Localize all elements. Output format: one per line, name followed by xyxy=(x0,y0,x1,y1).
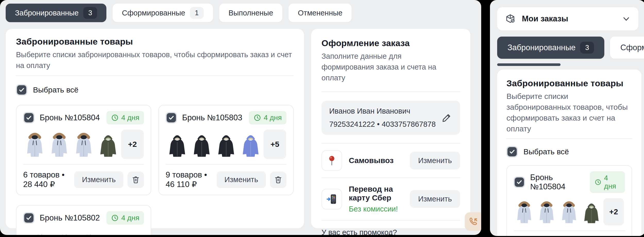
booking-header: Бронь №105803 4 дня xyxy=(166,111,286,124)
tab-count-badge: 3 xyxy=(580,42,594,54)
delivery-method-label: Самовывоз xyxy=(349,156,394,165)
reserved-title: Забронированные товары xyxy=(506,78,632,88)
check-icon xyxy=(516,179,523,185)
select-all-checkbox[interactable] xyxy=(506,146,518,157)
callback-button[interactable] xyxy=(465,212,481,231)
bookings-grid: Бронь №105804 4 дня +26 товаров • 28 440… xyxy=(16,105,294,235)
booking-checkbox[interactable] xyxy=(23,112,35,123)
trash-icon xyxy=(274,175,283,184)
checkout-panel: Оформление заказа Заполните данные для ф… xyxy=(311,29,470,228)
package-icon xyxy=(505,13,516,24)
checkout-subtitle: Заполните данные для формирования заказа… xyxy=(321,51,445,83)
more-items-tile[interactable]: +2 xyxy=(603,198,624,225)
check-icon xyxy=(26,215,32,221)
more-items-tile[interactable]: +2 xyxy=(121,130,144,159)
booking-duration-badge: 4 дня xyxy=(106,211,144,225)
duration-label: 4 дня xyxy=(121,214,139,222)
tab-count-badge: 3 xyxy=(83,7,97,19)
my-orders-header[interactable]: Мои заказы xyxy=(497,7,638,30)
product-thumbnail xyxy=(581,198,602,225)
booking-duration-badge: 4 дня xyxy=(590,171,625,193)
status-tab[interactable]: Отмененные xyxy=(289,4,352,22)
booking-footer: 9 товаров • 46 110 ₽Изменить xyxy=(166,164,286,189)
select-all-row: Выбрать всё xyxy=(506,146,632,157)
booking-checkbox[interactable] xyxy=(23,212,35,224)
divider xyxy=(16,75,294,76)
reserved-title: Забронированные товары xyxy=(16,37,294,47)
edit-booking-button[interactable]: Изменить xyxy=(217,171,266,188)
duration-label: 4 дня xyxy=(121,114,139,122)
status-tab[interactable]: Выполненые xyxy=(219,4,282,22)
product-thumbnail xyxy=(48,230,71,235)
status-tab[interactable]: Забронированные3 xyxy=(6,4,106,22)
status-tab[interactable]: Сформированные1 xyxy=(113,4,213,22)
clock-icon xyxy=(111,214,119,222)
check-icon xyxy=(18,87,25,93)
booking-header: Бронь №105804 4 дня xyxy=(23,111,144,124)
reserved-goods-panel: Забронированные товары Выберите списки з… xyxy=(6,29,304,228)
tab-label: Выполненые xyxy=(228,9,273,17)
select-all-row: Выбрать всё xyxy=(16,84,294,96)
select-all-label: Выбрать всё xyxy=(33,86,78,94)
booking-thumbnails: +2 xyxy=(514,198,625,225)
booking-footer: 6 товаров • 28 440 ₽Изменить xyxy=(514,231,625,236)
change-payment-button[interactable]: Изменить xyxy=(410,190,460,208)
product-thumbnail xyxy=(536,198,557,225)
main-orders-window: Забронированные3Сформированные1Выполнены… xyxy=(0,0,481,235)
reserved-subtitle: Выберите списки забронированных товаров,… xyxy=(16,49,294,71)
check-icon xyxy=(168,114,175,121)
booking-summary: 6 товаров • 28 440 ₽ xyxy=(23,170,70,189)
booking-name: Бронь №105804 xyxy=(40,113,100,122)
product-thumbnail xyxy=(23,230,46,235)
product-thumbnail xyxy=(48,130,71,159)
clock-icon xyxy=(253,114,261,122)
clock-icon xyxy=(111,114,119,122)
checkout-title: Оформление заказа xyxy=(321,38,460,48)
product-thumbnail xyxy=(72,130,95,159)
more-items-tile[interactable]: +5 xyxy=(264,130,286,159)
duration-label: 4 дня xyxy=(604,174,620,190)
delete-booking-button[interactable] xyxy=(128,172,144,188)
product-thumbnail xyxy=(23,130,46,159)
booking-thumbnails: +5 xyxy=(166,130,286,159)
order-status-tabs: Забронированные3Сформированные1Выполнены… xyxy=(0,0,481,22)
edit-booking-button[interactable]: Изменить xyxy=(74,171,123,188)
status-tab[interactable]: Сформированные xyxy=(610,37,644,59)
duration-label: 4 дня xyxy=(264,114,282,122)
customer-name: Иванов Иван Иванович xyxy=(329,107,441,115)
booking-name: Бронь №105803 xyxy=(182,113,242,122)
pencil-icon[interactable] xyxy=(441,112,452,123)
booking-card: Бронь №105804 4 дня +26 товаров • 28 440… xyxy=(16,105,151,195)
product-thumbnail xyxy=(166,130,189,159)
booking-summary: 9 товаров • 46 110 ₽ xyxy=(166,170,213,189)
tab-label: Сформированные xyxy=(620,43,644,52)
select-all-label: Выбрать всё xyxy=(523,147,569,156)
delivery-method-row: Самовывоз Изменить xyxy=(321,143,460,177)
payment-method-row: Перевод на карту Сбер Без комиссии! Изме… xyxy=(321,178,460,220)
mobile-reserved-panel: Забронированные товары Выберите списки з… xyxy=(497,70,641,236)
change-delivery-button[interactable]: Изменить xyxy=(410,152,460,170)
reserved-subtitle: Выберите списки забронированных товаров,… xyxy=(506,91,632,134)
chevron-down-icon[interactable] xyxy=(622,14,631,23)
select-all-checkbox[interactable] xyxy=(16,84,27,96)
tabs-scroll-indicator[interactable] xyxy=(497,63,561,66)
customer-contact-card[interactable]: Иванов Иван Иванович 79253241222 • 40337… xyxy=(321,101,460,135)
booking-thumbnails xyxy=(23,230,144,235)
payment-method-label: Перевод на карту Сбер xyxy=(349,185,403,202)
mobile-booking-slot: Бронь №105804 4 дня +26 товаров • 28 440… xyxy=(506,165,632,236)
product-thumbnail xyxy=(190,130,213,159)
promo-question: У вас есть промокод? xyxy=(321,228,460,235)
status-tab[interactable]: Забронированные3 xyxy=(497,37,604,59)
booking-thumbnails: +2 xyxy=(23,130,144,159)
customer-contacts: 79253241222 • 4033757867878 xyxy=(329,120,441,129)
phone-transfer-icon xyxy=(321,189,342,209)
booking-name: Бронь №105804 xyxy=(530,173,585,191)
product-thumbnail xyxy=(97,130,120,159)
delete-booking-button[interactable] xyxy=(270,172,286,188)
mobile-orders-panel: Мои заказы Забронированные3Сформированны… xyxy=(490,0,644,236)
booking-checkbox[interactable] xyxy=(166,112,177,123)
booking-card: Бронь №105803 4 дня +59 товаров • 46 110… xyxy=(158,105,294,195)
booking-header: Бронь №105804 4 дня xyxy=(514,171,625,193)
product-thumbnail xyxy=(239,130,262,159)
booking-checkbox[interactable] xyxy=(514,176,525,188)
